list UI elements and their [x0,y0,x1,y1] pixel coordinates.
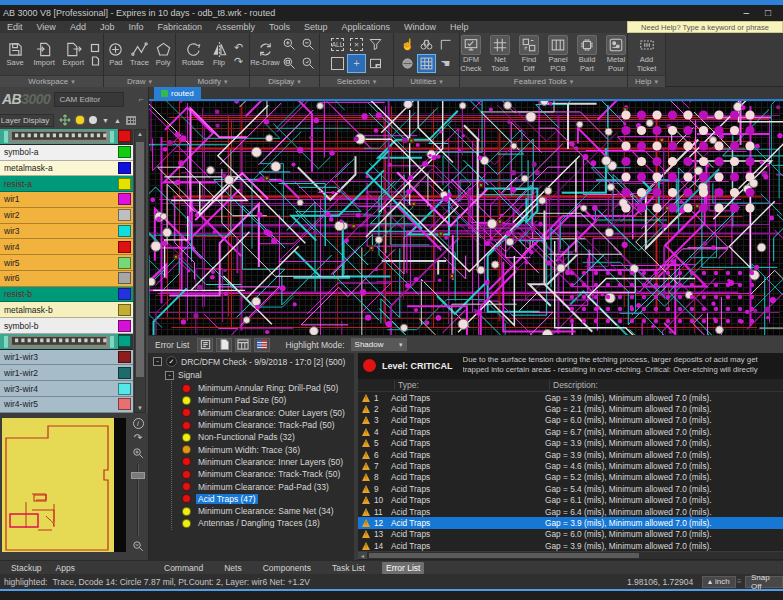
error-row-7[interactable]: 7Acid TrapsGap = 4.6 (mils), Minimum all… [358,460,783,471]
layer-color-swatch[interactable] [118,320,131,332]
layer-row-wir3-wir4[interactable]: wir3-wir4 [0,381,133,397]
redraw-button[interactable]: Re-Draw [252,41,278,67]
check-icon[interactable]: ✓ [166,356,177,367]
select-region-button[interactable] [367,55,384,72]
scroll-left-icon[interactable]: ◂ [358,552,367,559]
layer-list-scrollbar[interactable]: ▲ ▼ [134,129,146,413]
select-point-button[interactable]: + [348,55,365,72]
find-button[interactable] [418,36,435,53]
layer-visible-bulb-icon[interactable] [76,116,84,124]
pick-hand-button[interactable]: ☚ [437,55,454,72]
selection-filter-button[interactable] [367,36,384,53]
panel-pcb-button[interactable]: Panel PCB [545,35,571,72]
layer-row-wir2[interactable]: wir2 [0,208,133,224]
layer-row-thumbnail[interactable] [0,334,133,350]
layer-color-swatch[interactable] [118,162,131,174]
error-category-minimum-clearance-pad-pad[interactable]: Minimum Clearance: Pad-Pad (33) [172,480,354,492]
layer-color-swatch[interactable] [118,288,131,300]
zoom-window-button[interactable] [281,55,298,72]
layer-row-wir4-wir5[interactable]: wir4-wir5 [0,397,133,413]
tab-error-list[interactable]: Error List [382,562,424,574]
redo-view-icon[interactable]: ↷ [134,433,142,443]
layer-color-swatch[interactable] [118,398,131,410]
layer-row-wir3[interactable]: wir3 [0,224,133,240]
save-button[interactable]: Save [2,41,28,67]
layer-color-swatch[interactable] [118,367,131,379]
highlight-mode-dropdown[interactable]: Shadow [351,338,407,351]
minimap-board-area[interactable] [2,418,114,552]
group-label-help[interactable]: Help [628,75,665,87]
new-document-icon[interactable] [90,56,100,66]
layer-row-metalmask-a[interactable]: metalmask-a [0,161,133,177]
group-label-draw[interactable]: Draw [104,75,175,87]
error-row-2[interactable]: 2Acid TrapsGap = 2.1 (mils), Minimum all… [358,403,783,414]
group-label-featured-tools[interactable]: Featured Tools [460,75,627,87]
menu-view[interactable]: View [30,22,63,32]
error-tree-root[interactable]: - ✓ DRC/DFM Check - 9/9/2018 - 17:0 [2] … [149,353,354,367]
menu-setup[interactable]: Setup [297,22,335,32]
error-row-1[interactable]: 1Acid TrapsGap = 3.9 (mils), Minimum all… [358,392,783,403]
error-category-minimum-clearance-inner-layers[interactable]: Minimum Clearance: Inner Layers (50) [172,456,354,468]
layer-hidden-bulb-icon[interactable] [89,116,97,124]
layer-row-wir5[interactable]: wir5 [0,255,133,271]
group-label-utilities[interactable]: Utilities [394,75,459,87]
pan-hand-button[interactable]: ☝ [399,36,416,53]
layer-color-swatch[interactable] [118,257,131,269]
redo-icon[interactable]: ↷ [234,56,243,67]
minimize-button[interactable]: – [743,8,749,18]
menu-tools[interactable]: Tools [262,22,297,32]
error-row-6[interactable]: 6Acid TrapsGap = 3.9 (mils), Minimum all… [358,449,783,460]
measure-corner-button[interactable] [437,36,454,53]
move-layers-icon[interactable] [59,114,71,126]
layer-color-swatch[interactable] [118,209,131,221]
menu-job[interactable]: Job [93,22,122,32]
error-category-acid-traps[interactable]: Acid Traps (47) [172,493,354,505]
error-row-8[interactable]: 8Acid TrapsGap = 5.2 (mils), Minimum all… [358,472,783,483]
minimap-zoom-in-icon[interactable] [132,447,145,460]
error-category-minimum-width-trace[interactable]: Minimum Width: Trace (36) [172,443,354,455]
trace-tool-button[interactable]: Trace [129,41,151,67]
layer-color-swatch[interactable] [118,335,131,347]
error-category-minimum-clearance-same-net[interactable]: Minimum Clearance: Same Net (34) [172,505,354,517]
units-button[interactable]: ▴inch [702,576,736,588]
metal-pour-button[interactable]: Metal Pour [603,35,629,72]
scroll-up-icon[interactable]: ▲ [135,131,145,137]
tab-task-list[interactable]: Task List [328,562,369,574]
layer-color-swatch[interactable] [118,178,131,190]
import-button[interactable]: Import [31,41,57,67]
pcb-design-canvas[interactable] [149,101,783,335]
layer-row-metalmask-b[interactable]: metalmask-b [0,302,133,318]
error-row-13[interactable]: 13Acid TrapsGap = 6.0 (mils), Minimum al… [358,529,783,540]
layer-color-swatch[interactable] [118,146,131,158]
menu-help[interactable]: Help [443,22,476,32]
group-label-workspace[interactable]: Workspace [0,75,103,87]
error-category-minimum-pad-size[interactable]: Minimum Pad Size (50) [172,394,354,406]
layer-color-swatch[interactable] [118,272,131,284]
move-layer-up-icon[interactable]: ▲ [114,117,121,124]
error-tree-group-signal[interactable]: - Signal [149,367,354,381]
zoom-selected-button[interactable] [300,55,317,72]
error-category-non-functional-pads[interactable]: Non-Functional Pads (32) [172,431,354,443]
net-tools-button[interactable]: Net Tools [487,35,513,72]
tab-routed[interactable]: routed [154,87,201,99]
zoom-out-button[interactable] [300,36,317,53]
column-type[interactable]: Type: [394,380,549,390]
export-button[interactable]: Export [60,41,86,67]
snap-toggle-button[interactable]: Snap Off [745,576,783,588]
collapse-icon[interactable]: - [153,357,162,366]
layer-color-swatch[interactable] [118,383,131,395]
editor-mode-dropdown[interactable]: CAM Editor [54,92,124,107]
tab-components[interactable]: Components [259,562,315,574]
error-row-11[interactable]: 11Acid TrapsGap = 6.4 (mils), Minimum al… [358,506,783,517]
layer-color-swatch[interactable] [118,351,131,363]
layer-row-wir4[interactable]: wir4 [0,239,133,255]
hscroll-thumb[interactable] [369,553,639,558]
eraser-button[interactable] [399,55,416,72]
error-category-minimum-annular-ring-drill-pad[interactable]: Minimum Annular Ring: Drill-Pad (50) [172,382,354,394]
undo-icon[interactable]: ↶ [234,42,243,53]
poly-tool-button[interactable]: Poly [153,41,173,67]
marker-flags-button[interactable] [254,338,270,352]
new-report-button[interactable] [216,338,232,352]
rotate-button[interactable]: Rotate [180,41,206,67]
error-row-9[interactable]: 9Acid TrapsGap = 5.4 (mils), Minimum all… [358,483,783,494]
